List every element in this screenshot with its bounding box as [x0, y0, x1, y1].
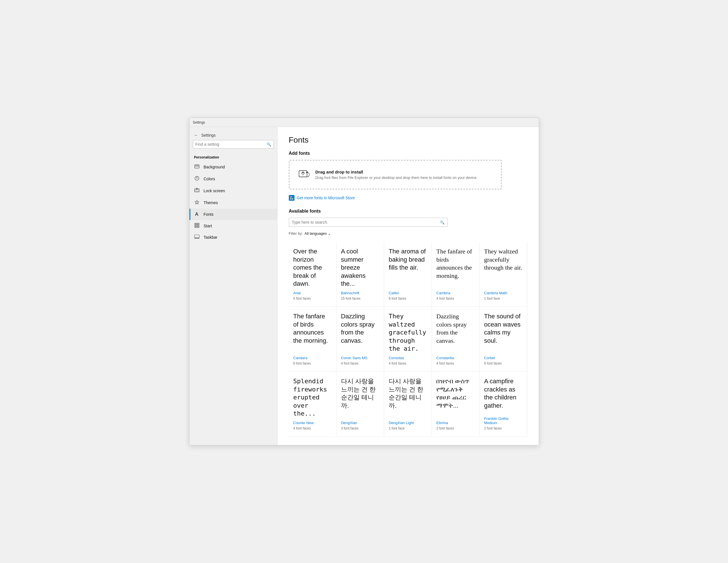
font-card[interactable]: Dazzling colors spray from the canvas. C…	[432, 307, 479, 372]
font-sample-text: A campfire crackles as the children gath…	[484, 377, 522, 414]
filter-value-text: All languages	[304, 231, 327, 236]
svg-rect-6	[195, 223, 197, 225]
titlebar-title: Settings	[193, 121, 205, 125]
sidebar-item-label-lock-screen: Lock screen	[204, 189, 225, 193]
font-sample-text: They waltzed gracefully through the air.	[389, 312, 427, 353]
font-name[interactable]: Courier New	[293, 421, 332, 425]
font-search-row[interactable]: 🔍	[289, 218, 448, 227]
sidebar-item-start[interactable]: Start	[190, 220, 277, 232]
sidebar-item-label-background: Background	[204, 165, 225, 169]
font-name[interactable]: DengXian	[341, 421, 379, 425]
colors-icon	[194, 176, 200, 182]
font-card[interactable]: Splendid fireworks erupted over the... C…	[289, 372, 336, 436]
font-faces: 4 font faces	[293, 426, 311, 430]
font-name[interactable]: Cambria	[436, 291, 475, 295]
filter-label: Filter by:	[289, 231, 303, 236]
font-card[interactable]: A campfire crackles as the children gath…	[479, 372, 527, 436]
search-input[interactable]	[195, 142, 265, 147]
sidebar-item-lock-screen[interactable]: Lock screen	[190, 185, 277, 197]
sidebar-item-background[interactable]: Background	[190, 161, 277, 173]
svg-rect-11	[194, 238, 199, 239]
store-icon: 🏪	[289, 195, 294, 201]
svg-rect-1	[195, 165, 199, 167]
font-grid: Over the horizon comes the break of dawn…	[289, 242, 527, 436]
svg-rect-9	[197, 226, 199, 228]
font-name[interactable]: Bahnschrift	[341, 291, 379, 295]
font-card[interactable]: They waltzed gracefully through the air.…	[384, 307, 432, 372]
back-arrow-icon: ←	[194, 133, 199, 138]
drop-zone-heading: Drag and drop to install	[315, 170, 478, 174]
filter-dropdown[interactable]: All languages ⌄	[304, 231, 331, 236]
font-sample-text: The sound of ocean waves calms my soul.	[484, 312, 522, 353]
font-faces: 4 font faces	[436, 296, 454, 300]
font-name[interactable]: Franklin Gothic Medium	[484, 416, 522, 425]
font-faces: 4 font faces	[341, 361, 359, 365]
sidebar-item-label-start: Start	[204, 224, 212, 228]
font-card[interactable]: They waltzed gracefully through the air.…	[479, 242, 527, 307]
font-card[interactable]: The fanfare of birds announces the morni…	[289, 307, 336, 372]
font-sample-text: A cool summer breeze awakens the...	[341, 248, 379, 288]
font-search-icon: 🔍	[440, 220, 445, 225]
settings-back-label: Settings	[201, 133, 216, 138]
sidebar-item-fonts[interactable]: A Fonts	[190, 209, 277, 220]
font-name[interactable]: Candara	[293, 356, 332, 360]
font-name[interactable]: Cambria Math	[484, 291, 522, 295]
sidebar-item-label-colors: Colors	[204, 177, 215, 181]
font-card[interactable]: 다시 사랑을 느끼는 건 한 순간일 테니까. DengXian Light 1…	[384, 372, 432, 436]
font-sample-text: በዝኖብ ውስጥ የሚፈለጉቅ የፀሀይ ጨረር ማሞት...	[436, 377, 475, 418]
font-faces: 1 font face	[389, 426, 405, 430]
font-name[interactable]: Consolas	[389, 356, 427, 360]
font-faces: 4 font faces	[436, 361, 454, 365]
font-sample-text: They waltzed gracefully through the air.	[484, 248, 522, 288]
sidebar-item-label-taskbar: Taskbar	[204, 235, 218, 240]
font-name[interactable]: Calibri	[389, 291, 427, 295]
main-content: ← Settings 🔍 Personalization Background	[190, 127, 539, 445]
font-name[interactable]: Ebrima	[436, 421, 475, 425]
drop-zone-description: Drag font files from File Explorer or yo…	[315, 176, 478, 180]
settings-window: Settings ← Settings 🔍 Personalization	[189, 118, 539, 445]
font-search-input[interactable]	[292, 220, 438, 225]
font-sample-text: The fanfare of birds announces the morni…	[436, 248, 475, 288]
sidebar-item-colors[interactable]: Colors	[190, 173, 277, 185]
font-name[interactable]: Comic Sans MS	[341, 356, 379, 360]
search-icon: 🔍	[267, 142, 271, 147]
back-button[interactable]: ← Settings	[190, 130, 277, 140]
fonts-icon: A	[194, 212, 200, 217]
drop-zone[interactable]: Drag and drop to install Drag font files…	[289, 160, 502, 189]
filter-row: Filter by: All languages ⌄	[289, 231, 527, 236]
font-faces: 3 font faces	[341, 426, 359, 430]
svg-rect-10	[194, 235, 199, 238]
font-sample-text: 다시 사랑을 느끼는 건 한 순간일 테니까.	[341, 377, 379, 418]
sidebar-section-label: Personalization	[190, 153, 277, 161]
font-card[interactable]: The sound of ocean waves calms my soul. …	[479, 307, 527, 372]
sidebar-item-label-fonts: Fonts	[204, 212, 214, 217]
search-box[interactable]: 🔍	[193, 140, 274, 149]
ms-store-link[interactable]: 🏪 Get more fonts in Microsoft Store	[289, 195, 527, 201]
start-icon	[194, 223, 200, 229]
lock-screen-icon	[194, 188, 200, 194]
font-card[interactable]: The fanfare of birds announces the morni…	[432, 242, 479, 307]
font-faces: 6 font faces	[389, 296, 406, 300]
font-faces: 6 font faces	[293, 361, 311, 365]
font-card[interactable]: A cool summer breeze awakens the... Bahn…	[336, 242, 384, 307]
font-name[interactable]: Corbel	[484, 356, 522, 360]
add-fonts-title: Add fonts	[289, 151, 527, 156]
font-card[interactable]: በዝኖብ ውስጥ የሚፈለጉቅ የፀሀይ ጨረር ማሞት... Ebrima 2…	[432, 372, 479, 436]
font-faces: 6 font faces	[484, 361, 502, 365]
font-name[interactable]: Arial	[293, 291, 332, 295]
font-sample-text: Over the horizon comes the break of dawn…	[293, 248, 332, 288]
svg-rect-7	[197, 223, 199, 225]
sidebar-item-taskbar[interactable]: Taskbar	[190, 232, 277, 243]
font-name[interactable]: Constantia	[436, 356, 475, 360]
font-name[interactable]: DengXian Light	[389, 421, 427, 425]
titlebar: Settings	[190, 118, 539, 127]
ms-store-label: Get more fonts in Microsoft Store	[297, 196, 355, 200]
font-faces: 15 font faces	[341, 296, 361, 300]
font-card[interactable]: The aroma of baking bread fills the air.…	[384, 242, 432, 307]
drag-drop-icon	[298, 168, 310, 181]
font-card[interactable]: 다시 사랑을 느끼는 건 한 순간일 테니까. DengXian 3 font …	[336, 372, 384, 436]
taskbar-icon	[194, 235, 200, 240]
font-card[interactable]: Dazzling colors spray from the canvas. C…	[336, 307, 384, 372]
font-card[interactable]: Over the horizon comes the break of dawn…	[289, 242, 336, 307]
sidebar-item-themes[interactable]: Themes	[190, 197, 277, 209]
